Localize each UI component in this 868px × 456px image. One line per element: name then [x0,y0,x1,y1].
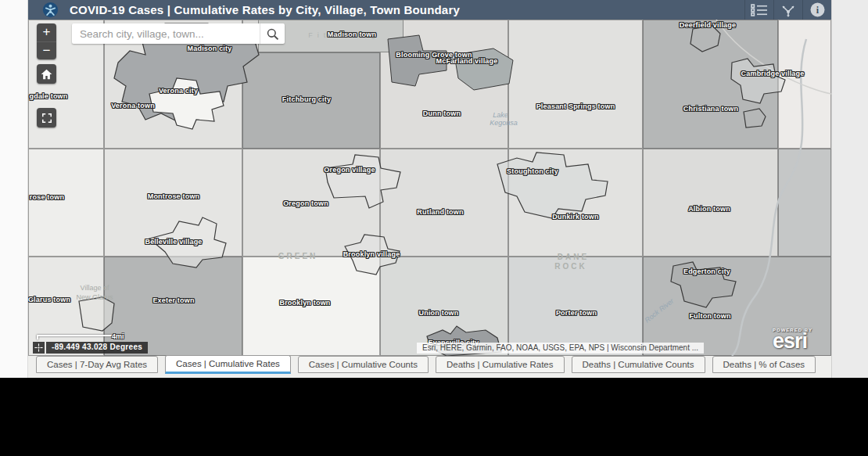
dhs-person-starburst-logo-icon [42,2,59,18]
tab-deaths-cumulative-counts[interactable]: Deaths | Cumulative Counts [572,356,705,373]
covid-map-app: COVID-19 Cases | Cumulative Rates by Cit… [28,0,831,378]
info-button[interactable]: i [802,0,831,20]
home-icon [41,69,52,80]
magnifier-icon [266,27,279,41]
share-icon [780,2,797,18]
boundary-new-glarus[interactable] [79,297,114,331]
coordinate-widget: -89.449 43.028 Degrees [33,342,148,354]
search-input[interactable] [72,23,260,44]
boundary-blooming-grove[interactable] [388,35,447,86]
legend-button[interactable] [744,0,773,20]
map-scalebar [37,335,123,339]
boundary-cambridge-village[interactable] [731,59,785,103]
city-boundaries-overlay [28,20,831,356]
left-margin-strip [0,0,28,378]
legend-list-icon [751,3,768,17]
fullscreen-icon [41,113,52,124]
app-header: COVID-19 Cases | Cumulative Rates by Cit… [28,0,831,20]
info-icon: i [809,2,826,18]
scale-label: 4mi [112,332,124,340]
boundary-deerfield-village[interactable] [690,26,720,52]
fullscreen-button[interactable] [37,108,56,127]
boundary-edgerton-city[interactable] [671,262,736,307]
coordinates-readout: -89.449 43.028 Degrees [46,342,148,354]
boundary-mcfarland-village[interactable] [454,48,513,90]
home-button[interactable] [37,64,56,84]
zoom-in-button[interactable]: + [37,23,56,41]
boundary-brooklyn-village[interactable] [345,235,400,275]
map-canvas[interactable]: FitchburgLakeKegonsaGREENDANEROCKVillage… [28,20,831,356]
share-button[interactable] [773,0,802,20]
search-button[interactable] [260,23,285,44]
tab-deaths-cumulative-rates[interactable]: Deaths | Cumulative Rates [436,356,565,373]
zoom-controls: + − [37,23,56,59]
search-box [72,23,285,44]
map-attribution[interactable]: Esri, HERE, Garmin, FAO, NOAA, USGS, EPA… [417,343,704,354]
view-tab-bar: Cases | 7-Day Avg RatesCases | Cumulativ… [28,356,831,378]
boundary-oregon-village[interactable] [325,155,400,208]
right-margin-strip [831,0,868,378]
tab-cases-7-day-avg-rates[interactable]: Cases | 7-Day Avg Rates [36,356,158,373]
crosshair-icon [34,343,43,352]
zoom-out-button[interactable]: − [37,41,56,59]
tab-cases-cumulative-counts[interactable]: Cases | Cumulative Counts [298,356,429,373]
page-title: COVID-19 Cases | Cumulative Rates by Cit… [70,3,460,16]
boundary-belleville-village[interactable] [149,217,226,267]
boundary-stoughton-city[interactable] [497,153,608,218]
header-toolbar: i [744,0,831,20]
boundary-christiana[interactable] [744,109,766,127]
tab-deaths-of-cases[interactable]: Deaths | % of Cases [712,356,816,373]
crosshair-button[interactable] [33,342,45,354]
tab-cases-cumulative-rates[interactable]: Cases | Cumulative Rates [165,355,291,374]
app-page: COVID-19 Cases | Cumulative Rates by Cit… [0,0,868,456]
